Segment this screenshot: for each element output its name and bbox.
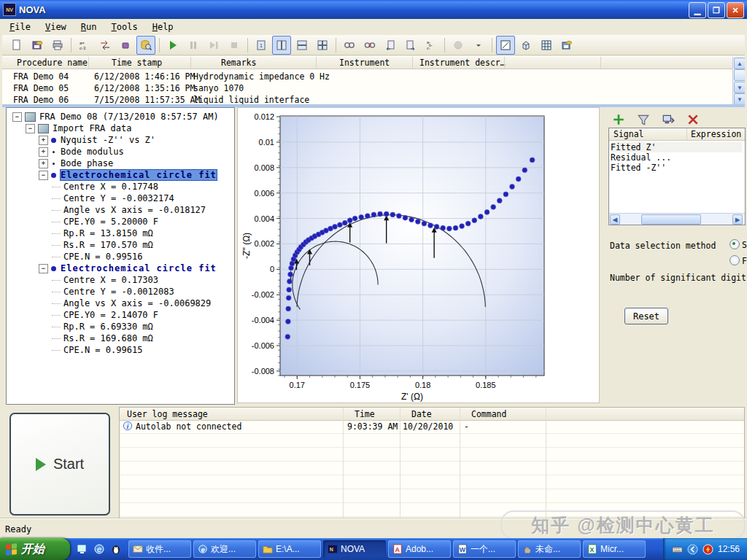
plot-area[interactable] — [280, 116, 544, 376]
tree-node-label[interactable]: Centre X = 0.17748 — [63, 182, 158, 192]
column-header-1[interactable]: Time stamp — [112, 58, 162, 68]
tree-node-7[interactable]: Centre Y = -0.0032174 — [52, 192, 174, 204]
data-point[interactable] — [491, 205, 496, 210]
pause-icon[interactable] — [184, 36, 203, 55]
data-point[interactable] — [522, 168, 527, 173]
column-header-2[interactable]: Remarks — [221, 58, 256, 68]
signal-list-hscrollbar[interactable]: ◀ ▶ — [609, 213, 745, 225]
tree-node-label[interactable]: Electrochemical circle fit — [61, 170, 217, 180]
tree-node-label[interactable]: CPE.N = 0.99516 — [63, 252, 142, 262]
column-header-3[interactable]: Instrument — [339, 58, 390, 68]
qq-icon[interactable] — [109, 542, 123, 556]
delete-icon[interactable] — [684, 110, 703, 129]
nyquist-plot[interactable]: 0.170.1750.180.1850.0120.010.0080.0060.0… — [238, 108, 599, 402]
task-button-NOVA[interactable]: NNOVA — [323, 540, 386, 558]
reset-button[interactable]: Reset — [624, 308, 668, 324]
tree-node-3[interactable]: +Bode modulus — [39, 146, 124, 158]
signal-list[interactable]: Signal Expression Fitted Z'Residual ...F… — [608, 128, 746, 225]
data-point[interactable] — [415, 219, 420, 225]
tree-node-label[interactable]: Bode modulus — [61, 147, 124, 157]
task-button-app[interactable]: e欢迎... — [193, 540, 256, 558]
tree-node-11[interactable]: Rs.R = 170.570 mΩ — [52, 239, 153, 251]
data-point[interactable] — [384, 211, 389, 217]
print-icon[interactable] — [48, 36, 67, 55]
tree-node-label[interactable]: Bode phase — [61, 158, 113, 168]
save-icon[interactable] — [28, 36, 47, 55]
data-point[interactable] — [286, 295, 291, 300]
data-point[interactable] — [365, 214, 370, 219]
menu-item-view[interactable]: View — [38, 20, 74, 34]
add-icon[interactable] — [609, 110, 628, 129]
ab-list-icon[interactable]: a-b-c- — [422, 36, 441, 55]
data-point[interactable] — [465, 221, 471, 226]
procedure-list-icon[interactable]: a=c-3 — [75, 36, 94, 55]
stop-icon[interactable] — [225, 36, 244, 55]
scroll-up-icon[interactable]: ▲ — [734, 58, 745, 69]
radio-option-2[interactable]: F — [729, 255, 747, 266]
new-icon[interactable] — [7, 36, 26, 55]
data-point[interactable] — [484, 210, 489, 215]
computer-icon[interactable] — [76, 542, 89, 556]
page-next-icon[interactable] — [401, 36, 420, 55]
procedure-row-FRA-Demo-05[interactable]: FRA Demo 05 6/12/2008 1:35:16 PM sanyo 1… — [2, 82, 733, 94]
hscroll-thumb[interactable] — [641, 214, 701, 225]
data-point[interactable] — [287, 279, 293, 284]
menu-item-file[interactable]: File — [2, 20, 38, 34]
radio-option-1[interactable]: S — [729, 239, 747, 250]
data-point[interactable] — [352, 216, 357, 221]
data-point[interactable] — [286, 306, 291, 311]
scroll-left-icon[interactable]: ◀ — [610, 214, 620, 225]
close-button[interactable]: ✕ — [727, 2, 744, 18]
data-point[interactable] — [347, 218, 352, 223]
filter-icon[interactable] — [634, 110, 653, 129]
tree-node-5[interactable]: −Electrochemical circle fit — [39, 169, 217, 181]
tree-node-9[interactable]: CPE.Y0 = 5.20000 F — [52, 216, 158, 228]
save-grid-icon[interactable] — [557, 36, 576, 55]
tree-node-label[interactable]: Angle vs X axis = -0.0069829 — [63, 298, 211, 308]
swap-arrows-icon[interactable] — [96, 36, 115, 55]
task-button-app[interactable]: W一个... — [453, 540, 516, 558]
log-column-header-2[interactable]: Date — [411, 409, 432, 419]
data-point[interactable] — [497, 198, 502, 203]
data-point[interactable] — [479, 214, 484, 219]
radio-unselected-icon[interactable] — [729, 255, 740, 265]
tree-node-15[interactable]: Centre Y = -0.0012083 — [52, 286, 174, 298]
data-point[interactable] — [371, 212, 376, 217]
tree-node-10[interactable]: Rp.R = 13.8150 mΩ — [52, 228, 153, 239]
tree-node-label[interactable]: Centre X = 0.17303 — [63, 275, 158, 285]
data-point[interactable] — [503, 192, 508, 197]
display-icon[interactable] — [659, 110, 678, 129]
grid-view-icon[interactable] — [537, 36, 556, 55]
tree-node-label[interactable]: Angle vs X axis = -0.018127 — [63, 205, 206, 215]
data-point[interactable] — [397, 214, 402, 219]
task-button-Micr[interactable]: XMicr... — [583, 540, 646, 558]
collapse-icon[interactable]: − — [12, 112, 22, 122]
page-prev-icon[interactable] — [381, 36, 400, 55]
tree-node-label[interactable]: Rs.R = 169.680 mΩ — [63, 333, 153, 343]
scroll-thumb[interactable] — [734, 69, 745, 81]
task-button-Adob[interactable]: AAdob... — [388, 540, 451, 558]
procedure-table-scrollbar[interactable]: ▲ ▼ ▼ — [732, 57, 745, 105]
tree-node-label[interactable]: Centre Y = -0.0012083 — [63, 287, 174, 297]
tree-node-1[interactable]: −Import FRA data — [26, 122, 131, 134]
expand-icon[interactable]: + — [39, 136, 48, 145]
tree-node-16[interactable]: Angle vs X axis = -0.0069829 — [52, 298, 211, 309]
signal-row[interactable]: Fitted Z' — [611, 142, 742, 152]
data-point[interactable] — [289, 265, 294, 271]
column-header-4[interactable]: Instrument descr… — [419, 58, 506, 68]
scroll-down2-icon[interactable]: ▼ — [734, 93, 745, 105]
start-button[interactable]: Start — [9, 413, 110, 516]
play-icon[interactable] — [163, 36, 182, 55]
data-point[interactable] — [428, 223, 433, 228]
menu-item-run[interactable]: Run — [74, 20, 104, 34]
tree-node-20[interactable]: CPE.N = 0.99615 — [52, 344, 142, 356]
data-point[interactable] — [378, 211, 383, 217]
tree-node-label[interactable]: Import FRA data — [53, 123, 131, 133]
procedure-row-FRA-Demo-06[interactable]: FRA Demo 06 7/15/2008 11:57:35 AM liquid… — [2, 94, 733, 105]
procedure-table[interactable]: Procedure nameTime stampRemarksInstrumen… — [2, 56, 745, 105]
record-icon[interactable] — [449, 36, 468, 55]
ie-icon[interactable]: e — [93, 542, 106, 556]
unlink-icon[interactable] — [360, 36, 379, 55]
column-header-0[interactable]: Procedure name — [17, 58, 88, 68]
log-column-header-0[interactable]: User log message — [127, 409, 208, 419]
